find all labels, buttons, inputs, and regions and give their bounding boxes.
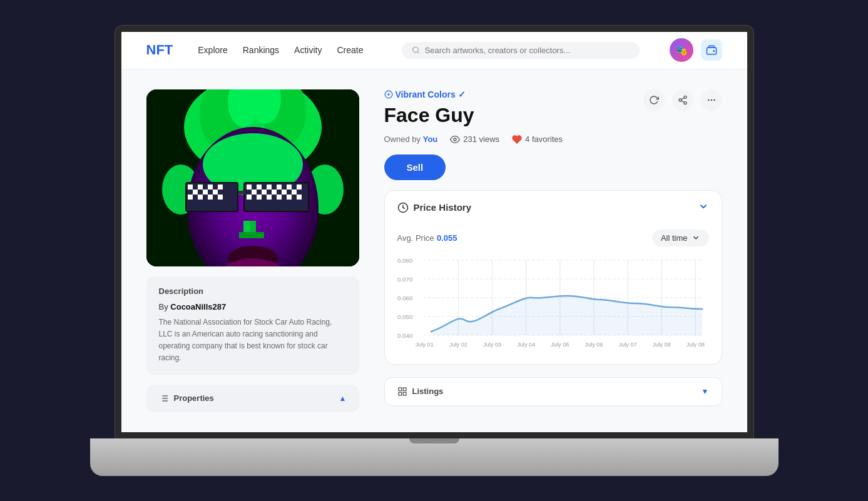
svg-rect-39 <box>292 190 297 195</box>
svg-rect-25 <box>188 195 193 200</box>
svg-rect-27 <box>208 195 213 200</box>
svg-rect-46 <box>238 191 245 195</box>
author-name[interactable]: CocoaNills287 <box>170 302 226 311</box>
svg-rect-22 <box>193 190 198 195</box>
svg-point-70 <box>710 99 712 101</box>
svg-rect-38 <box>282 190 287 195</box>
share-icon <box>678 95 688 105</box>
collection-name[interactable]: Vibrant Colors ✓ <box>384 89 563 99</box>
svg-rect-44 <box>287 195 292 200</box>
price-history-header[interactable]: Price History <box>385 191 722 225</box>
svg-point-71 <box>713 99 715 101</box>
svg-rect-24 <box>213 190 218 195</box>
chevron-down-icon <box>698 201 709 212</box>
svg-rect-43 <box>277 195 282 200</box>
svg-rect-18 <box>188 185 193 190</box>
svg-rect-30 <box>257 185 262 190</box>
svg-line-1 <box>417 52 419 53</box>
svg-rect-34 <box>297 185 302 190</box>
description-title: Description <box>159 286 347 296</box>
svg-rect-32 <box>277 185 282 190</box>
svg-line-67 <box>681 101 684 103</box>
avg-price-row: Avg. Price 0.055 All time <box>397 230 709 246</box>
nav-links: Explore Rankings Activity Create <box>198 45 363 55</box>
avatar[interactable]: 🎭 <box>670 38 693 62</box>
nft-header: Vibrant Colors ✓ Face Guy Owned by You <box>384 89 722 144</box>
svg-text:July 08: July 08 <box>686 342 704 348</box>
svg-rect-102 <box>399 392 402 395</box>
search-input[interactable] <box>425 46 630 55</box>
listings-chevron: ▼ <box>702 387 709 396</box>
chart-area: 0.080 0.070 0.060 0.050 <box>397 254 709 354</box>
svg-text:0.040: 0.040 <box>397 333 412 339</box>
description-author: By CocoaNills287 <box>159 302 347 311</box>
nav-logo[interactable]: NFT <box>146 42 173 58</box>
svg-point-69 <box>708 99 710 101</box>
svg-rect-29 <box>247 185 252 190</box>
svg-text:0.080: 0.080 <box>397 258 412 264</box>
refresh-button[interactable] <box>643 89 665 111</box>
nav-activity[interactable]: Activity <box>294 45 322 55</box>
listings-section[interactable]: Listings ▼ <box>384 377 722 406</box>
listings-icon <box>397 387 407 397</box>
svg-rect-35 <box>252 190 257 195</box>
owned-label: Owned by You <box>384 134 438 144</box>
left-column: Description By CocoaNills287 The Nationa… <box>146 89 359 412</box>
navbar: NFT Explore Rankings Activity Create 🎭 <box>121 32 747 69</box>
svg-point-63 <box>454 138 456 141</box>
svg-rect-45 <box>297 195 302 200</box>
dropdown-chevron-icon <box>692 233 700 242</box>
eye-icon <box>450 134 460 144</box>
nav-actions: 🎭 <box>670 38 722 62</box>
nft-image <box>146 89 359 266</box>
owner-link[interactable]: You <box>423 134 438 144</box>
svg-rect-50 <box>252 232 264 238</box>
sell-button[interactable]: Sell <box>384 154 446 180</box>
svg-text:July 07: July 07 <box>618 342 636 348</box>
search-bar[interactable] <box>402 42 640 59</box>
header-actions <box>643 89 722 111</box>
description-card: Description By CocoaNills287 The Nationa… <box>146 276 359 375</box>
svg-rect-31 <box>267 185 272 190</box>
svg-rect-20 <box>208 185 213 190</box>
nav-rankings[interactable]: Rankings <box>243 45 279 55</box>
svg-rect-36 <box>262 190 267 195</box>
share-button[interactable] <box>672 89 693 111</box>
properties-icon <box>159 393 169 403</box>
dollar-icon <box>384 90 393 99</box>
search-icon <box>412 46 420 54</box>
verified-badge: ✓ <box>458 89 466 99</box>
nav-create[interactable]: Create <box>337 45 363 55</box>
nav-explore[interactable]: Explore <box>198 45 227 55</box>
svg-rect-100 <box>399 388 402 391</box>
price-history-title: Price History <box>414 202 472 213</box>
refresh-icon <box>649 95 659 105</box>
svg-rect-33 <box>287 185 292 190</box>
right-column: Vibrant Colors ✓ Face Guy Owned by You <box>384 89 722 412</box>
svg-text:July 08: July 08 <box>652 342 670 348</box>
chart-container: Avg. Price 0.055 All time <box>385 225 722 364</box>
by-label: By <box>159 302 168 311</box>
more-button[interactable] <box>701 89 722 111</box>
listings-label: Listings <box>412 387 444 396</box>
price-history-card: Price History Avg. Price <box>384 190 722 365</box>
time-filter-dropdown[interactable]: All time <box>652 230 709 246</box>
wallet-icon[interactable] <box>701 39 722 61</box>
favorites-count: 4 favorites <box>525 134 563 144</box>
svg-point-64 <box>684 96 687 98</box>
properties-section[interactable]: Properties ▲ <box>146 385 359 412</box>
svg-line-68 <box>681 98 684 99</box>
svg-rect-21 <box>218 185 223 190</box>
price-chart: 0.080 0.070 0.060 0.050 <box>397 254 709 354</box>
svg-rect-103 <box>403 392 406 395</box>
svg-text:0.060: 0.060 <box>397 295 412 301</box>
svg-point-66 <box>684 101 687 104</box>
price-history-icon <box>397 202 409 213</box>
svg-rect-26 <box>198 195 203 200</box>
svg-rect-49 <box>239 232 252 238</box>
svg-rect-42 <box>267 195 272 200</box>
svg-text:July 05: July 05 <box>551 342 569 348</box>
svg-rect-37 <box>272 190 277 195</box>
description-text: The National Association for Stock Car A… <box>159 316 347 365</box>
avg-value: 0.055 <box>437 233 457 243</box>
